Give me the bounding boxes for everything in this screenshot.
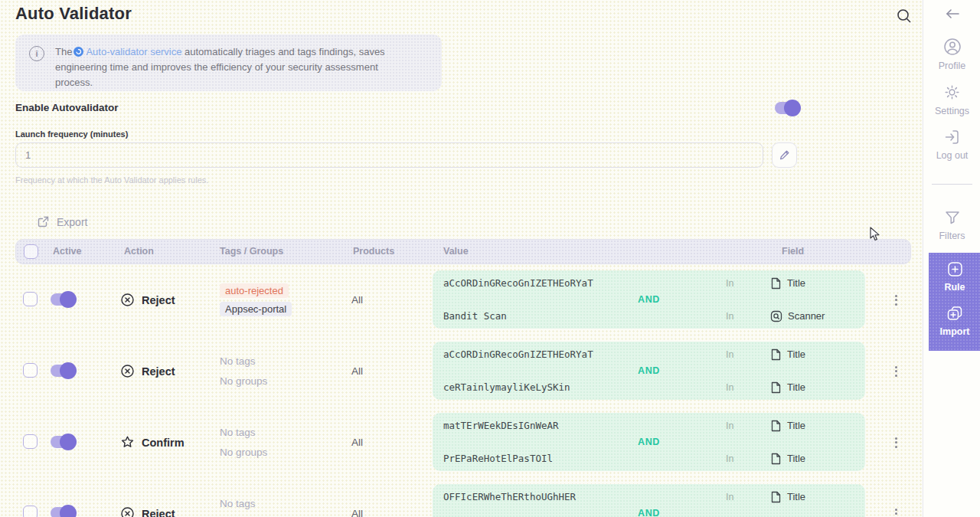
tags-cell: No tags No groups [220, 335, 267, 407]
no-groups-label: No groups [220, 373, 267, 389]
export-button[interactable]: Export [37, 215, 87, 228]
select-all-checkbox[interactable] [24, 244, 38, 259]
sidebar-item-filters[interactable]: Filters [923, 208, 980, 241]
row-active-toggle[interactable] [51, 507, 74, 517]
sidebar-item-label: Filters [939, 231, 965, 241]
sidebar-item-label: Settings [935, 106, 969, 116]
conditions-box: OFFIcERWheThERthoUGhHER In Title AND [433, 484, 865, 517]
file-icon [770, 381, 782, 394]
field-label: Scanner [788, 310, 825, 322]
action-cell: Reject [120, 478, 175, 517]
condition-value: PrEPaReHotElPasTOIl [443, 453, 726, 464]
launch-frequency-label: Launch frequency (minutes) [15, 129, 128, 139]
conditions-box: matTErWEekDEsIGnWeAR In Title AND PrEPaR… [433, 413, 865, 471]
star-icon [120, 435, 135, 450]
condition-field: Title [770, 420, 854, 432]
banner-prefix: The [55, 46, 72, 57]
reject-icon [120, 293, 135, 307]
products-cell: All [351, 335, 363, 407]
table-row: Reject No tags No groups All aCcORDinGRe… [0, 335, 980, 407]
field-label: Title [787, 453, 805, 464]
and-label: AND [433, 292, 865, 307]
kebab-icon[interactable] [890, 478, 902, 517]
page-title: Auto Validator [15, 4, 132, 24]
header-field: Field [782, 246, 804, 257]
header-products: Products [353, 246, 394, 257]
header-value: Value [443, 246, 469, 257]
table-row: Reject auto-rejected Appsec-portal All a… [0, 264, 980, 335]
toggle-knob [60, 291, 77, 308]
row-active-toggle[interactable] [51, 436, 74, 448]
enable-autovalidator-toggle[interactable] [775, 102, 799, 114]
sidebar-item-import[interactable]: Import [929, 304, 980, 337]
toggle-knob [60, 434, 77, 450]
table-row: Confirm No tags No groups All matTErWEek… [0, 407, 980, 478]
search-icon[interactable] [896, 8, 913, 25]
user-icon [942, 37, 962, 57]
row-checkbox[interactable] [23, 363, 38, 378]
auto-validator-service-link[interactable]: Auto-validator service [86, 46, 181, 57]
reject-icon [120, 506, 135, 517]
sidebar-item-logout[interactable]: Log out [923, 128, 980, 161]
launch-frequency-input[interactable] [15, 142, 763, 168]
products-cell: All [351, 478, 363, 517]
condition-line: matTErWEekDEsIGnWeAR In Title [433, 417, 865, 434]
and-label: AND [433, 363, 865, 378]
field-label: Title [787, 491, 805, 502]
sidebar-item-profile[interactable]: Profile [923, 37, 980, 71]
condition-field: Title [770, 277, 854, 290]
condition-value: Bandit Scan [443, 310, 726, 322]
sidebar-item-label: Profile [939, 61, 965, 71]
condition-value: aCcORDinGRecoGnIZETHEoRYaT [443, 348, 726, 360]
sidebar-item-settings[interactable]: Settings [923, 83, 980, 116]
collapse-sidebar-button[interactable] [923, 8, 980, 20]
export-label: Export [57, 216, 87, 228]
group-chip: Appsec-portal [220, 302, 292, 316]
tags-cell: auto-rejected Appsec-portal [220, 264, 292, 335]
action-label: Confirm [142, 437, 185, 449]
sidebar-item-label: Import [940, 326, 970, 337]
action-cell: Reject [120, 264, 175, 335]
kebab-icon[interactable] [890, 407, 902, 478]
condition-line: Bandit Scan In Scanner [433, 307, 865, 325]
products-cell: All [351, 407, 363, 478]
condition-field: Title [770, 381, 854, 394]
row-active-toggle[interactable] [51, 293, 74, 306]
banner-text: TheAuto-validator service automatically … [55, 44, 416, 90]
action-cell: Confirm [120, 407, 185, 478]
scanner-icon [770, 310, 782, 322]
file-icon [770, 277, 782, 290]
filter-icon [943, 208, 962, 227]
toggle-knob [60, 505, 77, 517]
field-label: Title [787, 277, 805, 289]
condition-operator: In [726, 492, 770, 502]
row-checkbox[interactable] [23, 292, 38, 306]
conditions-box: aCcORDinGRecoGnIZETHEoRYaT In Title AND … [433, 342, 865, 400]
header-tags-groups: Tags / Groups [220, 246, 283, 257]
tags-cell: No tags No groups [220, 407, 267, 478]
edit-frequency-button[interactable] [772, 142, 797, 168]
file-icon [770, 348, 782, 361]
row-checkbox[interactable] [23, 434, 38, 449]
row-active-toggle[interactable] [51, 365, 74, 377]
and-label: AND [433, 434, 865, 450]
and-label: AND [433, 506, 865, 517]
condition-operator: In [726, 453, 770, 464]
service-icon [74, 47, 83, 57]
condition-operator: In [726, 278, 770, 289]
row-checkbox[interactable] [23, 506, 38, 517]
tags-cell: No tags No groups [220, 478, 267, 517]
condition-field: Title [770, 348, 854, 361]
condition-value: ceRTainlymayliKeLySKin [443, 381, 726, 393]
kebab-icon[interactable] [890, 264, 902, 335]
file-icon [770, 420, 782, 432]
action-label: Reject [142, 508, 175, 517]
condition-line: OFFIcERWheThERthoUGhHER In Title [433, 488, 865, 506]
right-sidebar: Profile Settings Log out [923, 0, 980, 517]
condition-line: ceRTainlymayliKeLySKin In Title [433, 378, 865, 396]
sidebar-item-rule[interactable]: Rule [929, 260, 980, 293]
rules-table-body: Reject auto-rejected Appsec-portal All a… [0, 264, 980, 517]
kebab-icon[interactable] [890, 335, 902, 407]
app-root: Auto Validator i TheAuto-validator servi… [0, 0, 980, 517]
condition-operator: In [726, 382, 770, 393]
